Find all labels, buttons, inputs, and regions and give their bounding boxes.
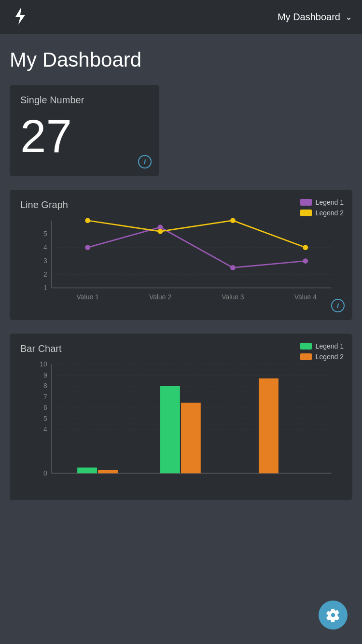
logo xyxy=(10,5,31,28)
svg-point-17 xyxy=(85,245,90,250)
line-graph-info-icon[interactable]: i xyxy=(331,299,345,312)
bar-chart-svg: 0 4 5 6 7 8 9 10 xyxy=(20,359,342,489)
svg-text:0: 0 xyxy=(43,469,47,477)
svg-text:5: 5 xyxy=(43,415,47,422)
gear-icon xyxy=(326,608,340,622)
legend-item-1: Legend 1 xyxy=(300,198,344,206)
info-icon[interactable]: i xyxy=(138,155,152,168)
line-graph-card: Line Graph Legend 1 Legend 2 1 xyxy=(10,190,352,320)
bar-legend-color-1 xyxy=(300,343,312,350)
page-content: My Dashboard Single Number 27 i Line Gra… xyxy=(0,34,362,528)
svg-text:Value 3: Value 3 xyxy=(222,293,244,301)
svg-text:Value 1: Value 1 xyxy=(77,293,99,301)
header-title-area[interactable]: My Dashboard ⌄ xyxy=(278,12,352,23)
line-graph-area: 1 2 3 4 5 Value 1 Value 2 Value 3 Value … xyxy=(20,215,342,310)
svg-text:Value 2: Value 2 xyxy=(149,293,172,301)
svg-point-22 xyxy=(158,229,163,234)
svg-point-23 xyxy=(230,218,236,223)
line-graph-legend: Legend 1 Legend 2 xyxy=(300,198,344,217)
svg-text:9: 9 xyxy=(43,371,47,379)
bar-s2-c2 xyxy=(181,403,201,473)
svg-text:2: 2 xyxy=(43,270,47,278)
app-header: My Dashboard ⌄ xyxy=(0,0,362,34)
legend-label-1: Legend 1 xyxy=(316,198,344,206)
bar-chart-card: Bar Chart Legend 1 Legend 2 0 4 xyxy=(10,334,352,501)
single-number-value: 27 xyxy=(20,111,149,162)
bar-s2-c3 xyxy=(259,378,278,474)
svg-text:10: 10 xyxy=(40,360,47,368)
svg-text:4: 4 xyxy=(43,243,47,251)
svg-point-20 xyxy=(303,258,308,264)
svg-text:1: 1 xyxy=(43,283,47,291)
svg-text:4: 4 xyxy=(43,425,47,433)
bar-s1-c1 xyxy=(77,467,97,473)
page-title: My Dashboard xyxy=(10,48,352,71)
single-number-title: Single Number xyxy=(20,95,149,106)
svg-text:6: 6 xyxy=(43,404,47,411)
svg-point-21 xyxy=(85,218,90,223)
svg-text:8: 8 xyxy=(43,382,47,390)
line-graph-title: Line Graph xyxy=(20,199,342,210)
bar-s1-c2 xyxy=(160,386,180,473)
svg-point-24 xyxy=(303,245,308,250)
bar-legend-item-1: Legend 1 xyxy=(300,342,344,350)
bar-s2-c1 xyxy=(98,470,118,473)
svg-text:7: 7 xyxy=(43,393,47,401)
line-graph-svg: 1 2 3 4 5 Value 1 Value 2 Value 3 Value … xyxy=(20,215,342,308)
header-title: My Dashboard xyxy=(278,12,340,23)
bar-chart-area: 0 4 5 6 7 8 9 10 xyxy=(20,359,342,491)
chevron-down-icon: ⌄ xyxy=(345,12,352,22)
svg-text:3: 3 xyxy=(43,256,47,264)
bar-legend-label-1: Legend 1 xyxy=(316,342,344,350)
bar-chart-title: Bar Chart xyxy=(20,343,342,354)
settings-fab[interactable] xyxy=(319,601,348,630)
legend-color-1 xyxy=(300,199,312,206)
bar-chart-legend: Legend 1 Legend 2 xyxy=(300,342,344,361)
svg-text:5: 5 xyxy=(43,230,47,238)
single-number-card: Single Number 27 i xyxy=(10,85,159,176)
svg-text:Value 4: Value 4 xyxy=(294,293,317,301)
svg-point-19 xyxy=(230,265,236,270)
